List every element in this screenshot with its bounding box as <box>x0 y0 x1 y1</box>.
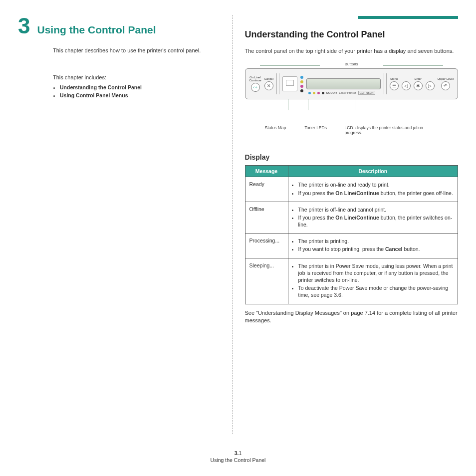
toc-item[interactable]: Using Control Panel Menus <box>60 92 221 98</box>
includes-label: This chapter includes: <box>53 74 106 80</box>
table-cell-message: Processing... <box>245 234 288 258</box>
table-cell-description: The printer is on-line and ready to prin… <box>288 177 458 202</box>
page-footer: 3.1 Using the Control Panel <box>0 450 476 464</box>
section-title: Understanding the Control Panel <box>245 29 458 40</box>
display-messages-table: Message Description ReadyThe printer is … <box>245 165 458 304</box>
section-intro: The control panel on the top right side … <box>245 47 458 55</box>
table-cell-description: The printer is printing.If you want to s… <box>288 234 458 258</box>
table-cell-message: Sleeping... <box>245 258 288 304</box>
display-note: See "Understanding Display Messages" on … <box>245 309 458 325</box>
table-header: Message <box>245 166 288 177</box>
menu-button: ☰ <box>390 81 399 90</box>
toner-led <box>300 80 303 83</box>
table-header: Description <box>288 166 458 177</box>
toner-led <box>300 85 303 88</box>
table-cell-message: Ready <box>245 177 288 202</box>
toner-leds <box>300 76 303 92</box>
display-subsection-title: Display <box>245 153 458 161</box>
chapter-includes: This chapter includes: Understanding the… <box>53 74 221 98</box>
table-cell-description: The printer is in Power Save mode, using… <box>288 258 458 304</box>
left-arrow-button: ◁ <box>402 81 411 90</box>
chapter-title: Using the Control Panel <box>37 24 156 36</box>
diagram-top-label: Buttons <box>245 62 458 68</box>
right-arrow-button: ▷ <box>426 81 435 90</box>
right-column: Understanding the Control Panel The cont… <box>233 15 458 434</box>
top-accent-bar <box>358 16 458 19</box>
lcd-display <box>306 78 380 89</box>
chapter-number: 3 <box>18 15 30 37</box>
callout-status-map: Status Map <box>265 125 300 135</box>
online-continue-button: ‹·› <box>251 83 260 92</box>
cancel-button: ✕ <box>264 81 273 90</box>
enter-button: ✱ <box>414 81 423 90</box>
table-cell-message: Offline <box>245 202 288 234</box>
upper-level-button: ↶ <box>441 81 450 90</box>
callout-lcd: LCD: displays the printer status and job… <box>345 125 430 135</box>
toc-item[interactable]: Understanding the Control Panel <box>60 84 221 90</box>
left-column: 3 Using the Control Panel This chapter d… <box>18 15 233 434</box>
status-map-icon <box>282 76 297 91</box>
toner-led <box>300 76 303 79</box>
table-cell-description: The printer is off-line and cannot print… <box>288 202 458 234</box>
callout-toner: Toner LEDs <box>305 125 340 135</box>
control-panel-diagram: Buttons On Line/Continue ‹·› Cancel ✕ <box>245 62 458 135</box>
toner-led <box>300 89 303 92</box>
chapter-intro: This chapter describes how to use the pr… <box>53 47 221 54</box>
